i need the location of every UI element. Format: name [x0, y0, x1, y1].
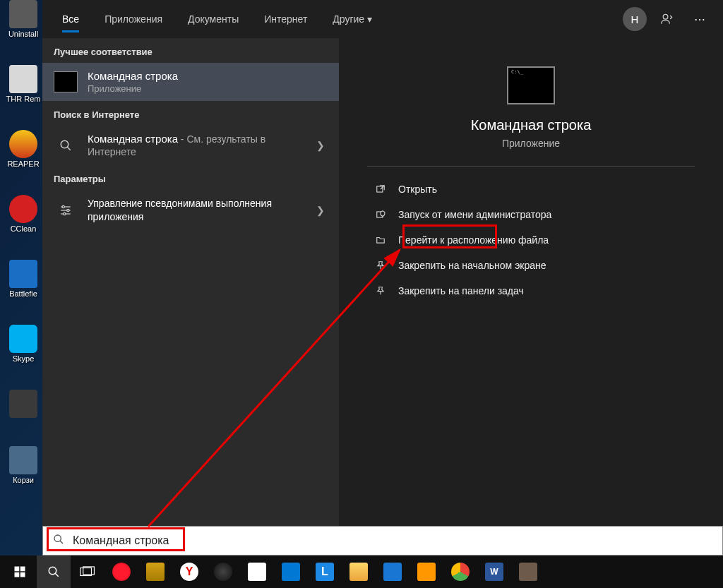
taskbar-explorer[interactable] — [342, 556, 376, 588]
preview-actions: Открыть Запуск от имени администратора П… — [367, 176, 695, 304]
search-panel: Все Приложения Документы Интернет Другие… — [42, 0, 723, 554]
preview-column: Командная строка Приложение Открыть Запу… — [339, 38, 723, 554]
desktop-icon-reaper[interactable]: REAPER — [6, 130, 41, 168]
taskbar-yandex[interactable]: Y — [172, 556, 206, 588]
desktop-icon-blank[interactable] — [6, 390, 41, 419]
folder-icon — [373, 235, 388, 245]
taskbar-opera[interactable] — [104, 556, 138, 588]
action-open[interactable]: Открыть — [367, 176, 695, 202]
tab-documents[interactable]: Документы — [175, 0, 251, 38]
results-column: Лучшее соответствие Командная строка При… — [42, 38, 339, 554]
taskbar: Y L W — [0, 556, 723, 588]
taskbar-app4[interactable]: L — [308, 556, 342, 588]
tab-apps[interactable]: Приложения — [92, 0, 175, 38]
result-title: Командная строка — [88, 70, 328, 82]
search-tabs: Все Приложения Документы Интернет Другие… — [42, 0, 723, 38]
svg-point-0 — [663, 14, 668, 19]
taskbar-mail[interactable] — [274, 556, 308, 588]
desktop-icons-column: Uninstall THR Rem REAPER CClean Battlefi… — [6, 0, 41, 484]
tab-internet[interactable]: Интернет — [251, 0, 320, 38]
taskbar-sublime[interactable] — [410, 556, 443, 588]
taskbar-taskview[interactable] — [71, 556, 104, 588]
svg-point-14 — [54, 535, 61, 541]
taskbar-app1[interactable] — [138, 556, 172, 588]
taskbar-app6[interactable] — [511, 556, 545, 588]
svg-rect-9 — [377, 186, 383, 192]
taskbar-search[interactable] — [37, 556, 71, 588]
web-search-header: Поиск в Интернете — [42, 101, 339, 126]
panel-body: Лучшее соответствие Командная строка При… — [42, 38, 723, 554]
svg-point-6 — [62, 205, 64, 208]
result-alias-settings[interactable]: Управление псевдонимами выполнения прило… — [42, 190, 339, 231]
pin-taskbar-icon — [373, 286, 388, 296]
preview-subtitle: Приложение — [502, 138, 560, 149]
action-pin-start[interactable]: Закрепить на начальном экране — [367, 253, 695, 278]
action-open-location[interactable]: Перейти к расположению файла — [367, 227, 695, 253]
taskbar-chrome[interactable] — [443, 556, 477, 588]
start-button[interactable] — [3, 556, 37, 588]
settings-header: Параметры — [42, 165, 339, 190]
result-web[interactable]: Командная строка - См. результаты в Инте… — [42, 126, 339, 165]
svg-line-2 — [67, 147, 71, 150]
svg-line-21 — [55, 573, 59, 577]
svg-rect-17 — [20, 567, 25, 572]
svg-point-1 — [61, 140, 68, 148]
preview-app-icon — [507, 66, 555, 104]
desktop-icon-thr[interactable]: THR Rem — [6, 65, 41, 103]
svg-point-7 — [67, 209, 69, 211]
tab-more[interactable]: Другие ▾ — [320, 0, 385, 38]
more-options-icon[interactable]: ⋯ — [686, 6, 713, 32]
search-icon — [53, 534, 64, 548]
chevron-right-icon: ❯ — [313, 140, 328, 151]
svg-point-20 — [49, 567, 56, 575]
open-icon — [373, 184, 388, 194]
svg-point-8 — [64, 212, 66, 215]
desktop-icon-battlefield[interactable]: Battlefie — [6, 260, 41, 298]
chevron-right-icon: ❯ — [313, 205, 328, 216]
taskbar-app3[interactable] — [240, 556, 274, 588]
preview-title: Командная строка — [471, 117, 592, 133]
user-avatar[interactable]: Н — [621, 6, 648, 32]
result-subtitle: Приложение — [88, 83, 328, 94]
result-cmd[interactable]: Командная строка Приложение — [42, 63, 339, 101]
action-run-admin[interactable]: Запуск от имени администратора — [367, 202, 695, 227]
desktop-icon-recyclebin[interactable]: Корзи — [6, 446, 41, 484]
taskbar-word[interactable]: W — [477, 556, 511, 588]
action-pin-taskbar[interactable]: Закрепить на панели задач — [367, 278, 695, 304]
svg-line-15 — [60, 541, 63, 544]
search-input[interactable] — [73, 534, 712, 547]
tab-all[interactable]: Все — [49, 0, 92, 38]
divider — [367, 166, 695, 167]
settings-icon — [54, 200, 78, 221]
svg-rect-16 — [15, 567, 20, 572]
search-box[interactable] — [42, 526, 723, 556]
pin-start-icon — [373, 260, 388, 270]
feedback-icon[interactable] — [654, 6, 681, 32]
search-icon — [54, 135, 78, 156]
desktop-icon-skype[interactable]: Skype — [6, 325, 41, 363]
svg-rect-18 — [15, 572, 20, 577]
svg-rect-19 — [20, 572, 25, 577]
shield-icon — [373, 210, 388, 220]
best-match-header: Лучшее соответствие — [42, 38, 339, 63]
taskbar-app5[interactable] — [376, 556, 410, 588]
desktop-icon-uninstall[interactable]: Uninstall — [6, 0, 41, 38]
taskbar-app2[interactable] — [206, 556, 240, 588]
cmd-icon — [54, 71, 78, 92]
desktop-icon-ccleaner[interactable]: CClean — [6, 195, 41, 233]
